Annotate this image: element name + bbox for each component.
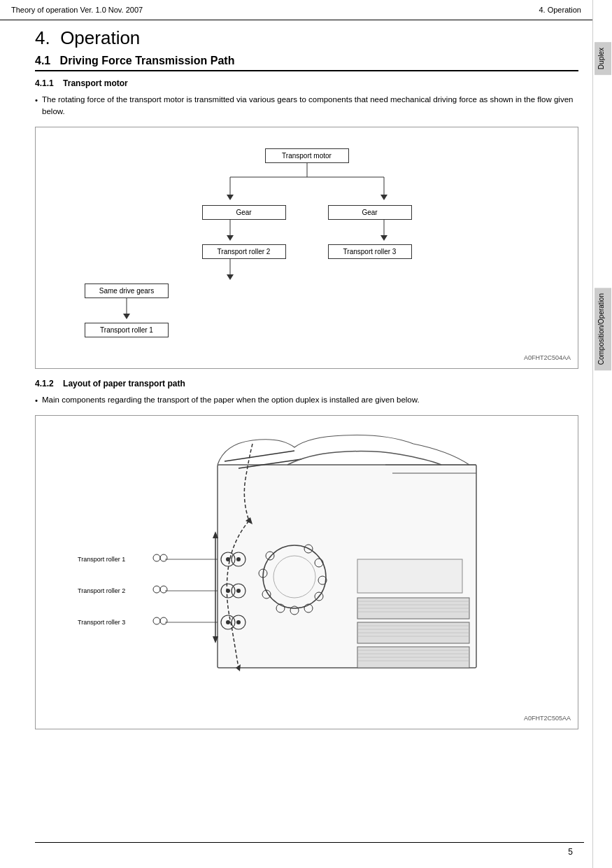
bullet-text-4-1-1: The rotating force of the transport moto… [42,94,578,118]
main-content: Theory of operation Ver. 1.0 Nov. 2007 4… [0,0,592,868]
flow-gear-row: Gear Gear [202,205,412,220]
flowchart: Transport motor [43,134,571,351]
svg-text:Transport roller 1: Transport roller 1 [78,556,125,563]
svg-marker-13 [123,314,130,319]
header-left: Theory of operation Ver. 1.0 Nov. 2007 [11,6,143,14]
svg-marker-9 [380,235,387,241]
bullet-item-4-1-1: • The rotating force of the transport mo… [35,94,578,118]
flowchart-gear-arrows-svg [160,220,454,244]
bullet-text-4-1-2: Main components regarding the transport … [42,394,420,407]
bullet-item-4-1-2: • Main components regarding the transpor… [35,394,578,407]
flowchart-diagram: Transport motor [35,127,578,369]
subsection-4-1-1-title: 4.1.1 Transport motor [35,78,578,88]
svg-point-72 [160,586,167,593]
transport-diagram-label: A0FHT2C505AA [43,715,571,722]
svg-point-75 [153,617,160,624]
svg-line-17 [225,451,294,461]
svg-point-25 [236,589,241,593]
svg-point-21 [236,557,241,561]
flow-col-left: Gear [202,205,286,220]
flowchart-label: A0FHT2C504AA [43,354,571,361]
page-number: 5 [568,847,573,857]
flow-node-transport-motor: Transport motor [265,148,349,163]
svg-marker-7 [227,235,234,241]
flow-col-right: Gear [328,205,412,220]
page-container: Theory of operation Ver. 1.0 Nov. 2007 4… [0,0,612,868]
svg-point-30 [226,620,230,624]
transport-path-diagram: Transport roller 1 Transport roller 2 Tr… [35,415,578,729]
bullet-symbol: • [35,94,38,118]
subsection-4-1-2-title: 4.1.2 Layout of paper transport path [35,379,578,388]
svg-marker-5 [380,195,387,200]
content-area: 4. Operation 4.1 Driving Force Transmiss… [0,27,592,752]
flow-node-transport-roller-3: Transport roller 3 [328,244,412,259]
flow-roller1-container: Transport roller 1 [85,323,169,337]
flow-node-transport-roller-2: Transport roller 2 [202,244,286,259]
flowchart-same-drive-arrow-svg [85,298,378,323]
side-tab-composition: Composition/Operation [595,288,611,370]
flow-roller-23-row: Transport roller 2 Transport roller 3 [202,244,412,259]
svg-point-22 [226,557,230,561]
svg-point-73 [153,586,160,593]
page-header: Theory of operation Ver. 1.0 Nov. 2007 4… [0,0,592,20]
flow-node-transport-roller-1: Transport roller 1 [85,323,169,337]
svg-point-26 [226,589,230,593]
svg-point-71 [153,554,160,561]
flow-node-same-drive-gears: Same drive gears [85,284,169,298]
section-4-1-title: 4.1 Driving Force Transmission Path [35,55,578,71]
bullet-symbol-2: • [35,395,38,407]
header-right: 4. Operation [539,6,581,14]
flowchart-split-svg [160,163,454,205]
chapter-title: 4. Operation [35,27,578,49]
side-tabs: Duplex Composition/Operation [592,0,612,868]
svg-point-70 [160,554,167,561]
svg-marker-3 [227,195,234,200]
flowchart-roller2-arrow-svg [160,259,454,284]
svg-point-29 [236,620,241,624]
flow-col-roller3: Transport roller 3 [328,244,412,259]
transport-path-svg: Transport roller 1 Transport roller 2 Tr… [43,423,532,710]
svg-point-74 [160,617,167,624]
svg-rect-58 [357,559,462,593]
flow-same-drive-container: Same drive gears [85,284,169,298]
flow-col-roller2: Transport roller 2 [202,244,286,259]
svg-text:Transport roller 3: Transport roller 3 [78,619,125,626]
side-tab-duplex: Duplex [595,42,611,75]
flow-node-gear-right: Gear [328,205,412,220]
svg-text:Transport roller 2: Transport roller 2 [78,587,125,594]
svg-marker-11 [227,274,234,280]
flow-node-gear-left: Gear [202,205,286,220]
page-footer: 5 [35,842,584,861]
